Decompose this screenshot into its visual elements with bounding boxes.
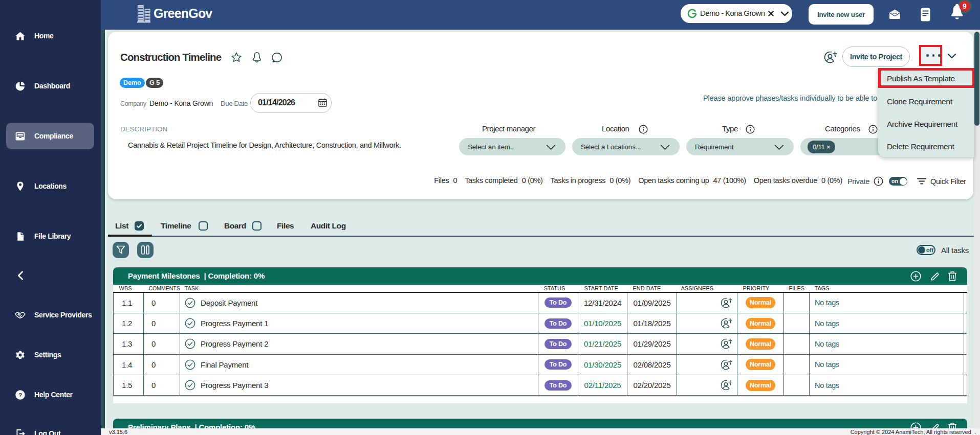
svg-text:9: 9 xyxy=(963,2,967,10)
svg-text:?: ? xyxy=(18,391,22,398)
